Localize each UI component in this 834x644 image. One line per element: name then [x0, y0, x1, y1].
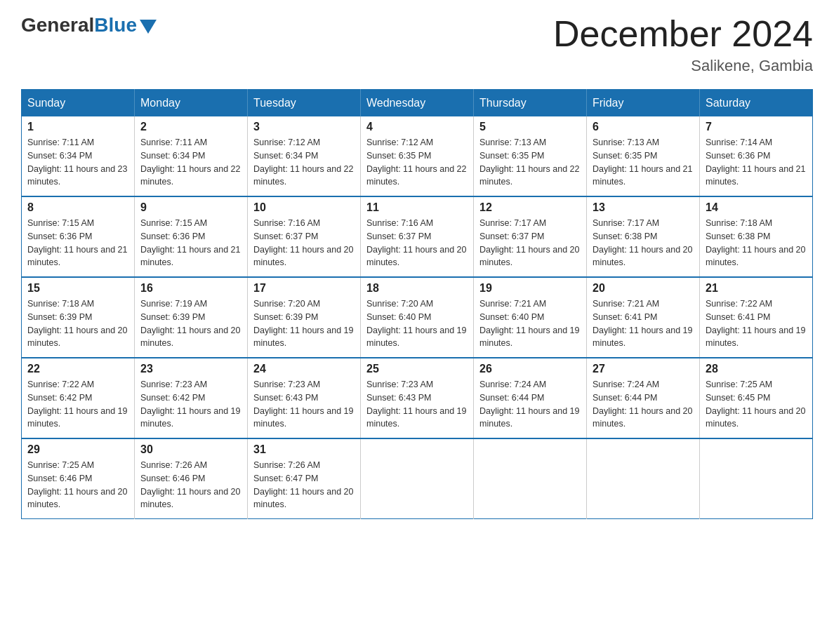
page-header: General Blue December 2024 Salikene, Gam… — [21, 14, 813, 75]
day-info: Sunrise: 7:23 AMSunset: 6:42 PMDaylight:… — [140, 378, 241, 431]
day-info: Sunrise: 7:18 AMSunset: 6:38 PMDaylight:… — [706, 217, 807, 269]
day-info: Sunrise: 7:12 AMSunset: 6:34 PMDaylight:… — [253, 136, 355, 189]
day-info: Sunrise: 7:11 AMSunset: 6:34 PMDaylight:… — [140, 136, 241, 189]
day-number: 18 — [366, 282, 468, 295]
day-number: 23 — [140, 363, 241, 375]
day-number: 8 — [27, 201, 128, 214]
day-number: 22 — [27, 363, 128, 375]
calendar-cell: 27 Sunrise: 7:24 AMSunset: 6:44 PMDaylig… — [587, 358, 700, 438]
day-info: Sunrise: 7:15 AMSunset: 6:36 PMDaylight:… — [27, 217, 128, 269]
calendar-cell: 21 Sunrise: 7:22 AMSunset: 6:41 PMDaylig… — [700, 277, 813, 358]
calendar-cell — [474, 438, 587, 519]
day-number: 16 — [140, 282, 241, 295]
day-info: Sunrise: 7:21 AMSunset: 6:41 PMDaylight:… — [593, 297, 694, 350]
calendar-cell: 20 Sunrise: 7:21 AMSunset: 6:41 PMDaylig… — [587, 277, 700, 358]
day-number: 19 — [479, 282, 581, 295]
day-number: 3 — [253, 121, 355, 133]
calendar-cell: 13 Sunrise: 7:17 AMSunset: 6:38 PMDaylig… — [587, 196, 700, 277]
calendar-cell: 28 Sunrise: 7:25 AMSunset: 6:45 PMDaylig… — [700, 358, 813, 438]
calendar-cell — [587, 438, 700, 519]
calendar-cell: 9 Sunrise: 7:15 AMSunset: 6:36 PMDayligh… — [135, 196, 248, 277]
day-info: Sunrise: 7:11 AMSunset: 6:34 PMDaylight:… — [27, 136, 128, 189]
day-info: Sunrise: 7:14 AMSunset: 6:36 PMDaylight:… — [706, 136, 807, 189]
day-number: 1 — [27, 121, 128, 133]
calendar-cell: 17 Sunrise: 7:20 AMSunset: 6:39 PMDaylig… — [248, 277, 361, 358]
day-info: Sunrise: 7:15 AMSunset: 6:36 PMDaylight:… — [140, 217, 241, 269]
day-info: Sunrise: 7:24 AMSunset: 6:44 PMDaylight:… — [479, 378, 581, 431]
calendar-week-row: 8 Sunrise: 7:15 AMSunset: 6:36 PMDayligh… — [22, 196, 813, 277]
logo: General Blue — [21, 14, 157, 36]
calendar-cell — [700, 438, 813, 519]
day-number: 11 — [366, 201, 468, 214]
calendar-cell: 5 Sunrise: 7:13 AMSunset: 6:35 PMDayligh… — [474, 116, 587, 196]
day-number: 27 — [593, 363, 694, 375]
header-tuesday: Tuesday — [248, 90, 361, 117]
day-number: 30 — [140, 443, 241, 456]
logo-blue-text: Blue — [94, 14, 137, 36]
day-number: 2 — [140, 121, 241, 133]
day-number: 20 — [593, 282, 694, 295]
calendar-cell — [361, 438, 474, 519]
day-info: Sunrise: 7:24 AMSunset: 6:44 PMDaylight:… — [593, 378, 694, 431]
day-info: Sunrise: 7:17 AMSunset: 6:38 PMDaylight:… — [593, 217, 694, 269]
header-friday: Friday — [587, 90, 700, 117]
day-number: 24 — [253, 363, 355, 375]
day-info: Sunrise: 7:23 AMSunset: 6:43 PMDaylight:… — [366, 378, 468, 431]
day-info: Sunrise: 7:19 AMSunset: 6:39 PMDaylight:… — [140, 297, 241, 350]
day-number: 6 — [593, 121, 694, 133]
day-info: Sunrise: 7:12 AMSunset: 6:35 PMDaylight:… — [366, 136, 468, 189]
calendar-cell: 29 Sunrise: 7:25 AMSunset: 6:46 PMDaylig… — [22, 438, 135, 519]
day-number: 26 — [479, 363, 581, 375]
header-monday: Monday — [135, 90, 248, 117]
header-wednesday: Wednesday — [361, 90, 474, 117]
month-title: December 2024 — [553, 14, 813, 54]
day-info: Sunrise: 7:18 AMSunset: 6:39 PMDaylight:… — [27, 297, 128, 350]
calendar-cell: 1 Sunrise: 7:11 AMSunset: 6:34 PMDayligh… — [22, 116, 135, 196]
calendar-cell: 19 Sunrise: 7:21 AMSunset: 6:40 PMDaylig… — [474, 277, 587, 358]
logo-general-text: General — [21, 14, 94, 36]
day-number: 17 — [253, 282, 355, 295]
day-info: Sunrise: 7:16 AMSunset: 6:37 PMDaylight:… — [253, 217, 355, 269]
day-info: Sunrise: 7:17 AMSunset: 6:37 PMDaylight:… — [479, 217, 581, 269]
day-number: 28 — [706, 363, 807, 375]
title-section: December 2024 Salikene, Gambia — [553, 14, 813, 75]
day-number: 5 — [479, 121, 581, 133]
day-info: Sunrise: 7:22 AMSunset: 6:42 PMDaylight:… — [27, 378, 128, 431]
day-number: 14 — [706, 201, 807, 214]
calendar-cell: 22 Sunrise: 7:22 AMSunset: 6:42 PMDaylig… — [22, 358, 135, 438]
header-saturday: Saturday — [700, 90, 813, 117]
day-number: 13 — [593, 201, 694, 214]
calendar-cell: 16 Sunrise: 7:19 AMSunset: 6:39 PMDaylig… — [135, 277, 248, 358]
day-info: Sunrise: 7:13 AMSunset: 6:35 PMDaylight:… — [593, 136, 694, 189]
day-number: 7 — [706, 121, 807, 133]
calendar-cell: 12 Sunrise: 7:17 AMSunset: 6:37 PMDaylig… — [474, 196, 587, 277]
calendar-week-row: 1 Sunrise: 7:11 AMSunset: 6:34 PMDayligh… — [22, 116, 813, 196]
calendar-cell: 8 Sunrise: 7:15 AMSunset: 6:36 PMDayligh… — [22, 196, 135, 277]
day-info: Sunrise: 7:26 AMSunset: 6:46 PMDaylight:… — [140, 459, 241, 511]
calendar-cell: 18 Sunrise: 7:20 AMSunset: 6:40 PMDaylig… — [361, 277, 474, 358]
calendar-table: Sunday Monday Tuesday Wednesday Thursday… — [21, 89, 813, 519]
day-info: Sunrise: 7:22 AMSunset: 6:41 PMDaylight:… — [706, 297, 807, 350]
day-info: Sunrise: 7:13 AMSunset: 6:35 PMDaylight:… — [479, 136, 581, 189]
calendar-week-row: 29 Sunrise: 7:25 AMSunset: 6:46 PMDaylig… — [22, 438, 813, 519]
calendar-cell: 11 Sunrise: 7:16 AMSunset: 6:37 PMDaylig… — [361, 196, 474, 277]
day-info: Sunrise: 7:20 AMSunset: 6:39 PMDaylight:… — [253, 297, 355, 350]
day-number: 31 — [253, 443, 355, 456]
day-number: 21 — [706, 282, 807, 295]
calendar-cell: 7 Sunrise: 7:14 AMSunset: 6:36 PMDayligh… — [700, 116, 813, 196]
day-number: 4 — [366, 121, 468, 133]
day-number: 12 — [479, 201, 581, 214]
day-info: Sunrise: 7:25 AMSunset: 6:45 PMDaylight:… — [706, 378, 807, 431]
location: Salikene, Gambia — [553, 57, 813, 75]
calendar-cell: 24 Sunrise: 7:23 AMSunset: 6:43 PMDaylig… — [248, 358, 361, 438]
day-number: 29 — [27, 443, 128, 456]
calendar-cell: 3 Sunrise: 7:12 AMSunset: 6:34 PMDayligh… — [248, 116, 361, 196]
day-number: 15 — [27, 282, 128, 295]
day-info: Sunrise: 7:20 AMSunset: 6:40 PMDaylight:… — [366, 297, 468, 350]
day-info: Sunrise: 7:26 AMSunset: 6:47 PMDaylight:… — [253, 459, 355, 511]
calendar-cell: 2 Sunrise: 7:11 AMSunset: 6:34 PMDayligh… — [135, 116, 248, 196]
calendar-cell: 31 Sunrise: 7:26 AMSunset: 6:47 PMDaylig… — [248, 438, 361, 519]
calendar-week-row: 22 Sunrise: 7:22 AMSunset: 6:42 PMDaylig… — [22, 358, 813, 438]
header-thursday: Thursday — [474, 90, 587, 117]
calendar-cell: 15 Sunrise: 7:18 AMSunset: 6:39 PMDaylig… — [22, 277, 135, 358]
